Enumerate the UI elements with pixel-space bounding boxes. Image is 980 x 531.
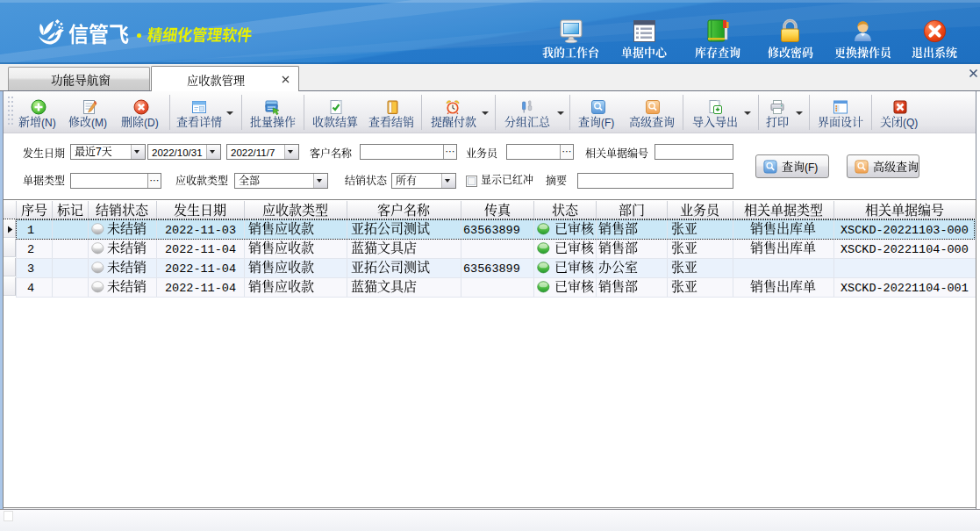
svg-text:2022-11-03: 2022-11-03 bbox=[165, 224, 236, 237]
svg-text:2022/11/7: 2022/11/7 bbox=[231, 147, 275, 157]
svg-text:XSCKD-20221103-000: XSCKD-20221103-000 bbox=[841, 224, 969, 237]
svg-text:4: 4 bbox=[27, 282, 34, 295]
svg-text:63563899: 63563899 bbox=[463, 224, 520, 237]
svg-text:(Q): (Q) bbox=[903, 117, 918, 129]
svg-text:63563899: 63563899 bbox=[463, 262, 520, 276]
svg-text:(N): (N) bbox=[41, 117, 56, 129]
svg-text:2: 2 bbox=[27, 243, 34, 256]
svg-text:1: 1 bbox=[27, 224, 34, 237]
svg-text:2022/10/31: 2022/10/31 bbox=[152, 147, 203, 157]
svg-text:XSCKD-20221104-001: XSCKD-20221104-001 bbox=[841, 282, 969, 295]
svg-text:(F): (F) bbox=[805, 161, 818, 174]
svg-text:(M): (M) bbox=[91, 117, 107, 129]
svg-text:(F): (F) bbox=[601, 117, 614, 129]
svg-text:(D): (D) bbox=[144, 117, 159, 129]
svg-text:XSCKD-20221104-000: XSCKD-20221104-000 bbox=[841, 243, 969, 256]
svg-text:2022-11-04: 2022-11-04 bbox=[165, 262, 236, 276]
svg-text:3: 3 bbox=[27, 262, 34, 276]
svg-text:2022-11-04: 2022-11-04 bbox=[165, 282, 236, 295]
svg-text:7: 7 bbox=[96, 146, 102, 158]
svg-text:2022-11-04: 2022-11-04 bbox=[165, 243, 236, 256]
